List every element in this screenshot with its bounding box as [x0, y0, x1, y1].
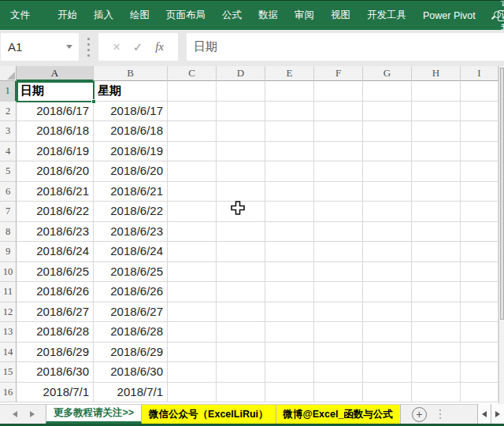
cell-E3[interactable] — [265, 121, 314, 142]
cell-H2[interactable] — [412, 102, 461, 122]
cell-G3[interactable] — [363, 121, 412, 142]
cell-B11[interactable]: 2018/6/26 — [94, 282, 168, 302]
ribbon-tab-10[interactable]: 开发工具 — [367, 9, 406, 22]
row-header-4[interactable]: 4 — [0, 142, 17, 162]
cell-H8[interactable] — [412, 222, 461, 243]
cell-H5[interactable] — [412, 161, 461, 182]
column-header-E[interactable]: E — [265, 66, 314, 81]
ribbon-tab-8[interactable]: 审阅 — [295, 9, 314, 22]
row-header-5[interactable]: 5 — [0, 161, 17, 182]
cell-H3[interactable] — [412, 121, 461, 142]
cell-D8[interactable] — [217, 222, 265, 243]
cell-I2[interactable] — [461, 102, 498, 122]
cell-E13[interactable] — [265, 322, 314, 343]
cell-D13[interactable] — [217, 322, 265, 343]
cell-H9[interactable] — [412, 242, 461, 262]
cell-B5[interactable]: 2018/6/20 — [94, 161, 168, 182]
cell-B10[interactable]: 2018/6/25 — [94, 262, 168, 283]
row-header-10[interactable]: 10 — [0, 262, 17, 283]
cell-A2[interactable]: 2018/6/17 — [17, 102, 94, 122]
cell-E16[interactable] — [265, 383, 314, 403]
cell-I13[interactable] — [461, 322, 498, 343]
cell-G9[interactable] — [363, 242, 412, 262]
cell-H11[interactable] — [412, 282, 461, 302]
row-header-14[interactable]: 14 — [0, 343, 17, 363]
cell-C11[interactable] — [168, 282, 217, 302]
cell-B16[interactable]: 2018/7/1 — [94, 383, 168, 403]
tabbar-splitter-handle[interactable] — [439, 405, 442, 424]
cell-F13[interactable] — [314, 322, 363, 343]
name-box[interactable]: A1 — [1, 33, 79, 61]
cell-E12[interactable] — [265, 302, 314, 323]
cell-C5[interactable] — [168, 161, 217, 182]
row-header-15[interactable]: 15 — [0, 362, 17, 383]
next-sheet-icon[interactable] — [30, 411, 35, 417]
cell-H16[interactable] — [412, 383, 461, 403]
cell-B14[interactable]: 2018/6/29 — [94, 343, 168, 363]
cell-E5[interactable] — [265, 161, 314, 182]
cell-C12[interactable] — [168, 302, 217, 323]
cell-C3[interactable] — [168, 121, 217, 142]
column-header-D[interactable]: D — [217, 66, 265, 81]
insert-function-icon[interactable]: fx — [155, 40, 164, 54]
cell-A5[interactable]: 2018/6/20 — [17, 161, 94, 182]
ribbon-tab-4[interactable]: 绘图 — [130, 9, 150, 22]
row-header-2[interactable]: 2 — [0, 102, 17, 122]
cell-A6[interactable]: 2018/6/21 — [17, 182, 94, 202]
ribbon-tab-9[interactable]: 视图 — [331, 9, 350, 22]
scroll-left-button[interactable] — [477, 404, 491, 424]
cell-B4[interactable]: 2018/6/19 — [94, 142, 168, 162]
cell-F2[interactable] — [314, 102, 363, 122]
cell-A9[interactable]: 2018/6/24 — [17, 242, 94, 262]
cell-H4[interactable] — [412, 142, 461, 162]
cell-H14[interactable] — [412, 343, 461, 363]
cell-D14[interactable] — [217, 343, 265, 363]
cell-B7[interactable]: 2018/6/22 — [94, 202, 168, 222]
cell-A12[interactable]: 2018/6/27 — [17, 302, 94, 323]
cell-D5[interactable] — [217, 161, 265, 182]
cell-C7[interactable] — [168, 202, 217, 222]
cell-B6[interactable]: 2018/6/21 — [94, 182, 168, 202]
cell-G15[interactable] — [363, 362, 412, 383]
cell-C10[interactable] — [168, 262, 217, 283]
cell-I3[interactable] — [461, 121, 498, 142]
cell-B9[interactable]: 2018/6/24 — [94, 242, 168, 262]
cell-C1[interactable] — [168, 81, 217, 102]
cell-F3[interactable] — [314, 121, 363, 142]
row-header-7[interactable]: 7 — [0, 202, 17, 222]
cell-I1[interactable] — [461, 81, 498, 102]
cell-C2[interactable] — [168, 102, 217, 122]
cell-C8[interactable] — [168, 222, 217, 243]
cell-C9[interactable] — [168, 242, 217, 262]
cell-I5[interactable] — [461, 161, 498, 182]
cell-E6[interactable] — [265, 182, 314, 202]
ribbon-tab-3[interactable]: 插入 — [94, 9, 113, 22]
cell-D2[interactable] — [217, 102, 265, 122]
ribbon-tab-11[interactable]: Power Pivot — [423, 10, 476, 21]
cell-B3[interactable]: 2018/6/18 — [94, 121, 168, 142]
select-all-button[interactable] — [0, 66, 17, 81]
chevron-down-icon[interactable] — [66, 45, 72, 49]
cell-B12[interactable]: 2018/6/27 — [94, 302, 168, 323]
row-header-8[interactable]: 8 — [0, 222, 17, 243]
cell-H13[interactable] — [412, 322, 461, 343]
ribbon-tab-6[interactable]: 公式 — [222, 9, 242, 22]
share-icon[interactable] — [498, 10, 504, 21]
cell-G13[interactable] — [363, 322, 412, 343]
column-header-F[interactable]: F — [314, 66, 363, 81]
cell-G8[interactable] — [363, 222, 412, 243]
cell-A1[interactable]: 日期 — [17, 81, 94, 102]
row-header-1[interactable]: 1 — [0, 81, 17, 102]
cell-D6[interactable] — [217, 182, 265, 202]
cell-F8[interactable] — [314, 222, 363, 243]
cell-G14[interactable] — [363, 343, 412, 363]
cell-C4[interactable] — [168, 142, 217, 162]
cell-D7[interactable] — [217, 202, 265, 222]
cell-D11[interactable] — [217, 282, 265, 302]
ribbon-tab-5[interactable]: 页面布局 — [166, 9, 206, 22]
cancel-icon[interactable]: × — [113, 39, 120, 55]
cell-H10[interactable] — [412, 262, 461, 283]
cell-F15[interactable] — [314, 362, 363, 383]
scroll-right-button[interactable] — [491, 404, 504, 424]
cell-G2[interactable] — [363, 102, 412, 122]
